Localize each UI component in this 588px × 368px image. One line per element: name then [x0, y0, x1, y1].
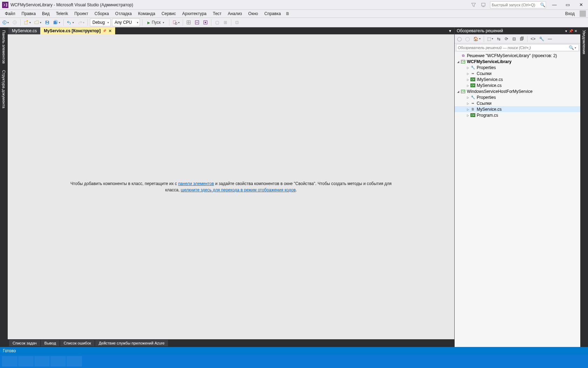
expand-icon[interactable]: [466, 66, 470, 69]
designer-surface[interactable]: Чтобы добавить компоненты в класс, перет…: [8, 34, 454, 339]
scope-icon[interactable]: ⬚: [486, 35, 494, 43]
redo-button[interactable]: [76, 19, 85, 26]
toolbox-link[interactable]: панели элементов: [178, 181, 214, 186]
search-icon[interactable]: 🔍: [540, 2, 545, 7]
menu-team[interactable]: Команда: [135, 11, 158, 17]
tree-item[interactable]: C# Program.cs: [455, 112, 580, 118]
back-icon[interactable]: ◯: [456, 35, 463, 43]
tree-item[interactable]: ▪▪ Ссылки: [455, 70, 580, 76]
expand-icon[interactable]: [466, 72, 470, 75]
menu-test[interactable]: Тест: [210, 11, 224, 17]
menu-build[interactable]: Сборка: [92, 11, 112, 17]
forward-button[interactable]: [11, 19, 18, 26]
taskbar-item[interactable]: [2, 356, 18, 367]
menu-project[interactable]: Проект: [71, 11, 91, 17]
azure-activity-tab[interactable]: Действие службы приложений Azure: [95, 340, 168, 346]
menu-window[interactable]: Окно: [245, 11, 261, 17]
document-dropdown-icon[interactable]: ▾: [447, 27, 453, 34]
solution-tree[interactable]: ⧉ Решение "WCFMyServiceLibrary" (проекто…: [455, 52, 580, 347]
taskbar-item[interactable]: [66, 356, 82, 367]
pin-icon[interactable]: 📌: [103, 29, 106, 33]
fwd-icon[interactable]: ◯: [464, 35, 471, 43]
menu-view[interactable]: Вид: [39, 11, 52, 17]
telerik-btn-3[interactable]: [202, 19, 209, 26]
tree-item[interactable]: C# MyService.cs: [455, 82, 580, 88]
error-list-tab[interactable]: Список ошибок: [60, 340, 94, 346]
menu-help[interactable]: Справка: [261, 11, 284, 17]
avatar-icon[interactable]: [580, 11, 586, 17]
menu-analyze[interactable]: Анализ: [225, 11, 245, 17]
preview-icon[interactable]: —: [547, 35, 553, 43]
taskbar-item[interactable]: [18, 356, 34, 367]
solution-node[interactable]: ⧉ Решение "WCFMyServiceLibrary" (проекто…: [455, 53, 580, 59]
platform-select[interactable]: Any CPU: [112, 19, 140, 26]
tree-item[interactable]: ▪▪ Ссылки: [455, 100, 580, 106]
sign-in-link[interactable]: Вход: [562, 11, 578, 17]
taskbar-item[interactable]: [50, 356, 66, 367]
find-in-files-button[interactable]: [172, 19, 181, 26]
filter-icon[interactable]: [470, 2, 477, 8]
close-tab-icon[interactable]: ✕: [108, 29, 112, 33]
menu-architecture[interactable]: Архитектура: [180, 11, 210, 17]
back-button[interactable]: [1, 19, 10, 26]
menu-tools[interactable]: Сервис: [159, 11, 178, 17]
output-tab[interactable]: Вывод: [41, 340, 59, 346]
search-options-icon[interactable]: ▾: [574, 46, 577, 49]
telerik-btn-2[interactable]: [194, 19, 201, 26]
notifications-icon[interactable]: [480, 2, 486, 8]
new-project-button[interactable]: [23, 19, 32, 26]
close-button[interactable]: ✕: [576, 1, 586, 8]
project-node[interactable]: C# WCFMyServiceLibrary: [455, 59, 580, 64]
code-view-link[interactable]: щелкните здесь для перехода в режим отоб…: [181, 188, 295, 192]
collapse-all-icon[interactable]: ⊟: [511, 35, 517, 43]
autohide-pin-icon[interactable]: 📌: [568, 29, 573, 33]
undo-button[interactable]: [66, 19, 75, 26]
menu-debug[interactable]: Отладка: [112, 11, 134, 17]
menu-edit[interactable]: Правка: [19, 11, 39, 17]
tree-item[interactable]: 🗎 MyService.cs: [455, 106, 580, 112]
start-debug-button[interactable]: ▶ Пуск: [145, 19, 167, 26]
properties-icon[interactable]: 🔧: [538, 35, 545, 43]
notifications-tab[interactable]: Уведомления: [581, 27, 587, 57]
feedback-icon[interactable]: 🗎: [284, 10, 291, 18]
extra-btn-1[interactable]: ▢: [214, 19, 220, 26]
panel-title-bar[interactable]: Обозреватель решений ▾ 📌 ✕: [455, 27, 580, 34]
tree-item[interactable]: C# IMyService.cs: [455, 76, 580, 82]
view-code-icon[interactable]: <>: [530, 35, 537, 43]
expand-icon[interactable]: [466, 114, 470, 117]
expand-icon[interactable]: [466, 102, 470, 105]
close-panel-icon[interactable]: ✕: [573, 29, 578, 33]
sync-icon[interactable]: ⇆: [496, 35, 502, 43]
menu-telerik[interactable]: Telerik: [53, 11, 71, 17]
refresh-icon[interactable]: ⟳: [503, 35, 510, 43]
tree-item[interactable]: 🔧 Properties: [455, 94, 580, 100]
minimize-button[interactable]: —: [550, 1, 559, 8]
menu-file[interactable]: Файл: [2, 11, 18, 17]
doc-outline-tab[interactable]: Структура документа: [1, 67, 7, 111]
task-list-tab[interactable]: Список задач: [9, 340, 40, 346]
window-position-icon[interactable]: ▾: [564, 29, 568, 33]
project-node[interactable]: C# WindowsServiceHostForMyService: [455, 88, 580, 94]
save-button[interactable]: [44, 19, 51, 26]
maximize-button[interactable]: ▭: [563, 1, 573, 8]
save-all-button[interactable]: [52, 19, 61, 26]
solution-search-box[interactable]: 🔍 ▾: [456, 44, 579, 51]
solution-search-input[interactable]: [458, 46, 569, 50]
expand-icon[interactable]: [456, 90, 460, 93]
home-icon[interactable]: 🏠: [472, 35, 482, 43]
taskbar-item[interactable]: [34, 356, 50, 367]
extra-btn-2[interactable]: ⊞: [222, 19, 229, 26]
tab-myservice-designer[interactable]: MyService.cs [Конструктор] 📌 ✕: [40, 27, 115, 34]
telerik-btn-1[interactable]: [185, 19, 192, 26]
quick-launch-input[interactable]: [492, 3, 540, 7]
expand-icon[interactable]: [456, 60, 460, 63]
search-icon[interactable]: 🔍: [569, 45, 574, 50]
windows-taskbar[interactable]: [0, 355, 588, 368]
expand-icon[interactable]: [466, 84, 470, 87]
quick-launch[interactable]: 🔍: [490, 1, 546, 8]
show-all-files-icon[interactable]: 🗐: [519, 35, 525, 43]
config-select[interactable]: Debug: [90, 19, 111, 26]
expand-icon[interactable]: [466, 78, 470, 81]
open-file-button[interactable]: [33, 19, 42, 26]
expand-icon[interactable]: [466, 108, 470, 111]
